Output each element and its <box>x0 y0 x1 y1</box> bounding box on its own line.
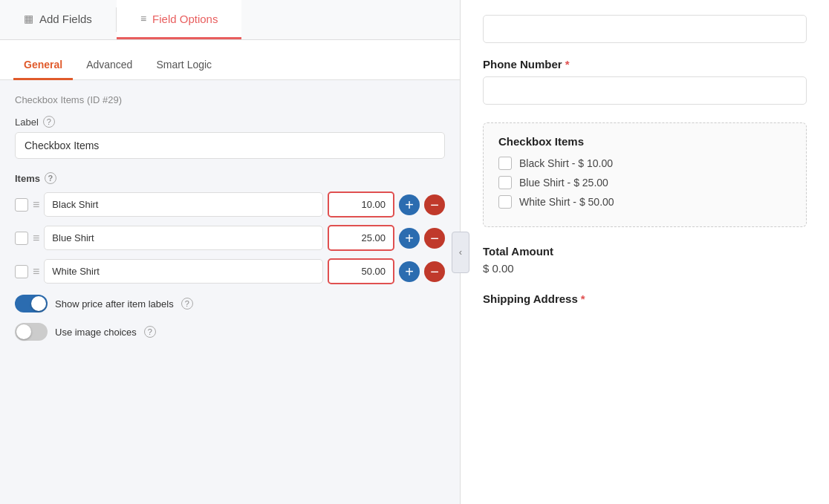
item-remove-btn-2[interactable]: − <box>424 228 445 249</box>
item-price-input-3[interactable] <box>328 258 394 284</box>
item-add-btn-3[interactable]: + <box>399 261 420 282</box>
shipping-address-label: Shipping Address * <box>483 292 807 305</box>
item-name-input-1[interactable] <box>44 192 323 217</box>
items-help-icon[interactable]: ? <box>45 172 56 184</box>
preview-checkbox-3[interactable] <box>498 195 512 209</box>
item-add-btn-1[interactable]: + <box>399 194 420 215</box>
show-price-toggle[interactable] <box>15 295 48 312</box>
total-amount-section: Total Amount $ 0.00 <box>483 245 807 275</box>
shipping-required-star: * <box>581 292 585 305</box>
item-price-input-1[interactable] <box>328 192 394 217</box>
item-checkbox-1[interactable] <box>15 198 28 212</box>
item-row: ≡ + − <box>15 258 445 284</box>
shipping-address-group: Shipping Address * <box>483 292 807 305</box>
tab-smart-logic[interactable]: Smart Logic <box>146 51 222 80</box>
add-fields-icon: ▦ <box>24 13 33 24</box>
toggle-knob <box>31 296 46 311</box>
checkbox-preview-box: Checkbox Items Black Shirt - $ 10.00 Blu… <box>483 122 807 227</box>
items-label: Items ? <box>15 172 445 184</box>
show-price-toggle-row: Show price after item labels ? <box>15 295 445 312</box>
collapse-button[interactable]: ‹ <box>452 232 469 273</box>
phone-number-group: Phone Number * <box>483 58 807 105</box>
tab-advanced[interactable]: Advanced <box>76 51 143 80</box>
right-panel: Phone Number * Checkbox Items Black Shir… <box>461 0 829 504</box>
item-row: ≡ + − <box>15 225 445 251</box>
item-name-input-2[interactable] <box>44 226 323 250</box>
item-checkbox-2[interactable] <box>15 232 28 245</box>
item-checkbox-3[interactable] <box>15 265 28 278</box>
field-options-label: Field Options <box>152 13 218 25</box>
item-add-btn-2[interactable]: + <box>399 228 420 249</box>
item-name-input-3[interactable] <box>44 259 323 284</box>
item-drag-3[interactable]: ≡ <box>33 266 39 278</box>
use-image-choices-toggle-row: Use image choices ? <box>15 323 445 341</box>
item-row: ≡ + − <box>15 192 445 217</box>
item-remove-btn-3[interactable]: − <box>424 261 445 282</box>
field-options-tab[interactable]: ≡ Field Options <box>117 0 242 39</box>
add-fields-tab[interactable]: ▦ Add Fields <box>0 0 116 39</box>
section-title: Checkbox Items (ID #29) <box>15 94 445 105</box>
field-options-icon: ≡ <box>140 13 146 24</box>
phone-required-star: * <box>565 58 570 71</box>
preview-item-row-3: White Shirt - $ 50.00 <box>498 195 791 209</box>
top-nav: ▦ Add Fields ≡ Field Options <box>0 0 460 40</box>
phone-number-input[interactable] <box>483 76 807 105</box>
item-drag-1[interactable]: ≡ <box>33 199 39 211</box>
item-drag-2[interactable]: ≡ <box>33 232 39 244</box>
sub-tabs: General Advanced Smart Logic <box>0 40 460 80</box>
top-partial-input[interactable] <box>483 15 807 43</box>
total-amount-title: Total Amount <box>483 245 807 258</box>
preview-item-label-2: Blue Shirt - $ 25.00 <box>519 177 608 189</box>
left-panel: ▦ Add Fields ≡ Field Options General Adv… <box>0 0 461 504</box>
item-price-input-2[interactable] <box>328 225 394 251</box>
use-image-choices-toggle[interactable] <box>15 323 48 341</box>
preview-checkbox-2[interactable] <box>498 176 512 189</box>
label-input[interactable] <box>15 132 445 159</box>
preview-item-row-2: Blue Shirt - $ 25.00 <box>498 176 791 189</box>
phone-number-label: Phone Number * <box>483 58 807 71</box>
total-amount-value: $ 0.00 <box>483 262 807 275</box>
label-row: Label ? <box>15 116 445 128</box>
show-price-help-icon[interactable]: ? <box>181 298 193 310</box>
add-fields-label: Add Fields <box>39 13 92 25</box>
show-price-label: Show price after item labels <box>55 298 174 310</box>
tab-general[interactable]: General <box>13 51 73 80</box>
image-toggle-knob <box>16 324 31 339</box>
preview-item-label-3: White Shirt - $ 50.00 <box>519 196 614 208</box>
use-image-choices-label: Use image choices <box>55 327 137 338</box>
preview-item-label-1: Black Shirt - $ 10.00 <box>519 157 613 169</box>
preview-checkbox-1[interactable] <box>498 157 512 170</box>
checkbox-preview-title: Checkbox Items <box>498 135 791 148</box>
label-help-icon[interactable]: ? <box>43 116 55 128</box>
preview-item-row-1: Black Shirt - $ 10.00 <box>498 157 791 170</box>
item-remove-btn-1[interactable]: − <box>424 194 445 215</box>
image-choices-help-icon[interactable]: ? <box>144 326 156 338</box>
field-content: Checkbox Items (ID #29) Label ? Items ? … <box>0 80 460 504</box>
